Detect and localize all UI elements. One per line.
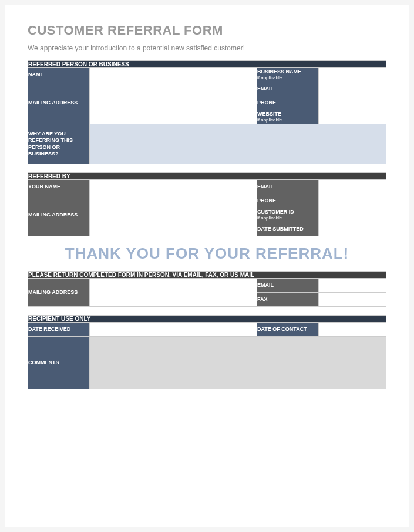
label-business-name: BUSINESS NAME if applicable bbox=[257, 68, 318, 82]
label-customer-id-text: CUSTOMER ID bbox=[257, 209, 294, 215]
label-date-received: DATE RECEIVED bbox=[28, 323, 90, 337]
label-email-2: EMAIL bbox=[257, 180, 319, 194]
label-website: WEBSITE if applicable bbox=[257, 110, 318, 124]
thank-you-banner: THANK YOU FOR YOUR REFERRAL! bbox=[28, 245, 386, 263]
label-if-applicable-2: if applicable bbox=[257, 117, 318, 123]
label-mailing-address-2: MAILING ADDRESS bbox=[28, 194, 90, 236]
label-phone: PHONE bbox=[257, 96, 318, 110]
label-if-applicable: if applicable bbox=[257, 75, 318, 81]
input-comments[interactable] bbox=[90, 337, 386, 389]
input-email-2[interactable] bbox=[319, 180, 386, 194]
label-business-name-text: BUSINESS NAME bbox=[257, 69, 301, 74]
input-date-submitted[interactable] bbox=[319, 222, 386, 236]
page-title: CUSTOMER REFERRAL FORM bbox=[28, 23, 386, 38]
label-reason: WHY ARE YOU REFERRING THIS PERSON OR BUS… bbox=[28, 124, 90, 164]
input-mailing-address-3[interactable] bbox=[90, 279, 257, 307]
label-date-submitted: DATE SUBMITTED bbox=[257, 222, 319, 236]
input-phone[interactable] bbox=[318, 96, 386, 110]
input-email-3[interactable] bbox=[318, 279, 386, 293]
label-phone-2: PHONE bbox=[257, 194, 319, 208]
label-name: NAME bbox=[28, 68, 90, 82]
input-date-received[interactable] bbox=[90, 323, 257, 337]
input-business-name[interactable] bbox=[318, 68, 386, 82]
input-phone-2[interactable] bbox=[319, 194, 386, 208]
label-website-text: WEBSITE bbox=[257, 111, 281, 117]
label-fax: FAX bbox=[257, 293, 318, 307]
input-your-name[interactable] bbox=[90, 180, 257, 194]
section2-header: REFERRED BY bbox=[28, 173, 386, 180]
input-website[interactable] bbox=[318, 110, 386, 124]
label-customer-id: CUSTOMER ID if applicable bbox=[257, 208, 319, 222]
label-if-applicable-3: if applicable bbox=[257, 215, 318, 221]
input-date-of-contact[interactable] bbox=[318, 323, 386, 337]
label-comments: COMMENTS bbox=[28, 337, 90, 389]
label-mailing-address: MAILING ADDRESS bbox=[28, 82, 90, 124]
input-name[interactable] bbox=[90, 68, 257, 82]
label-date-of-contact: DATE OF CONTACT bbox=[257, 323, 318, 337]
section4-header: RECIPIENT USE ONLY bbox=[28, 316, 386, 323]
section-referred-person: REFERRED PERSON OR BUSINESS NAME BUSINES… bbox=[28, 60, 386, 164]
input-customer-id[interactable] bbox=[319, 208, 386, 222]
input-fax[interactable] bbox=[318, 293, 386, 307]
input-mailing-address[interactable] bbox=[90, 82, 257, 124]
label-email-3: EMAIL bbox=[257, 279, 318, 293]
section-return-form: PLEASE RETURN COMPLETED FORM IN PERSON, … bbox=[28, 271, 386, 307]
label-email: EMAIL bbox=[257, 82, 318, 96]
label-mailing-address-3: MAILING ADDRESS bbox=[28, 279, 90, 307]
section1-header: REFERRED PERSON OR BUSINESS bbox=[28, 61, 386, 68]
label-your-name: YOUR NAME bbox=[28, 180, 90, 194]
page-container: CUSTOMER REFERRAL FORM We appreciate you… bbox=[5, 5, 409, 527]
page-subtitle: We appreciate your introduction to a pot… bbox=[28, 44, 386, 52]
section-recipient-use: RECIPIENT USE ONLY DATE RECEIVED DATE OF… bbox=[28, 315, 386, 389]
input-reason[interactable] bbox=[90, 124, 386, 164]
section-referred-by: REFERRED BY YOUR NAME EMAIL MAILING ADDR… bbox=[28, 172, 386, 236]
input-email[interactable] bbox=[318, 82, 386, 96]
input-mailing-address-2[interactable] bbox=[90, 194, 257, 236]
section3-header: PLEASE RETURN COMPLETED FORM IN PERSON, … bbox=[28, 272, 386, 279]
